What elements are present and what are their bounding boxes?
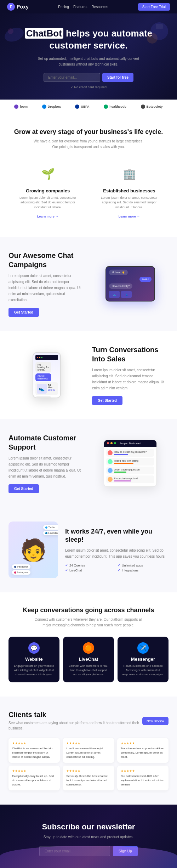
logo-dot — [75, 105, 79, 109]
channel-card-livechat: 🟠 LiveChat Connect with customers in rea… — [63, 637, 114, 682]
dash-msg-2: I need help with billing — [106, 458, 154, 466]
logo-healthcode: healthcode — [104, 105, 126, 109]
dash-msg-bar-3 — [114, 472, 126, 473]
product-info: Air Max $89.99 — [48, 384, 57, 394]
dash-title: Support Dashboard — [120, 442, 141, 445]
newsletter-headline: Subscribe our newsletter — [11, 822, 166, 832]
channel-name-livechat: LiveChat — [67, 656, 110, 662]
feature1-cta-button[interactable]: Get Started — [8, 308, 39, 317]
channel-name-website: Website — [12, 656, 56, 662]
nav-cta-button[interactable]: Start Free Trial — [138, 3, 170, 11]
channels-section: Keep conversations going across channels… — [0, 592, 177, 697]
grow-card-title-1: Established businesses — [96, 188, 163, 193]
channel-cards: 💬 Website Engage visitors on your websit… — [8, 637, 169, 682]
stars-1: ★★★★★ — [66, 742, 110, 745]
nav-links: Pricing Features Resources — [58, 5, 108, 9]
check-icon-2: ✓ — [65, 569, 68, 572]
channels-subtext: Connect with customers wherever they are… — [32, 617, 145, 628]
review-text-1: I can't recommend it enough! Lorem ipsum… — [66, 746, 110, 759]
stars-0: ★★★★★ — [12, 742, 56, 745]
grow-card-icon-1: 🏢 — [119, 163, 140, 185]
phone-dot-red — [37, 357, 38, 358]
nav-pricing[interactable]: Pricing — [58, 5, 69, 9]
review-card-2: ★★★★★ Transformed our support workflow c… — [117, 738, 169, 763]
stars-2: ★★★★★ — [121, 742, 165, 745]
section247-desc: Lorem ipsum dolor sit amet, consectetur … — [65, 547, 169, 559]
newsletter-bg-decoration — [0, 846, 177, 868]
stars-5: ★★★★★ — [121, 769, 165, 773]
hero-email-input[interactable] — [44, 73, 100, 82]
feature3-section: Automate Customer Support Lorem ipsum do… — [0, 419, 177, 507]
feature-label-2: LiveChat — [69, 569, 82, 572]
grow-card-link-1[interactable]: Learn more → — [119, 215, 140, 218]
chip-li: LinkedIn — [43, 531, 58, 535]
channel-desc-messenger: Reach customers on Facebook Messenger wi… — [121, 664, 165, 677]
chip-ig: Instagram — [12, 570, 30, 575]
svg-rect-4 — [156, 24, 163, 29]
dash-msg-text-1: How do I reset my password? — [114, 451, 147, 453]
hero-form: Start for free — [11, 73, 166, 82]
logo-uefa: UEFA — [75, 105, 89, 109]
clients-subtext: See what customers are saying about our … — [8, 720, 142, 731]
logo-name: Dropbox — [48, 105, 61, 108]
chat-bubble-2: Hello! — [139, 277, 152, 282]
feature2-desc: Lorem ipsum dolor sit amet, consectetur … — [92, 367, 169, 391]
grow-card-desc-0: Lorem ipsum dolor sit amet, consectetur … — [14, 196, 81, 210]
channel-name-messenger: Messenger — [121, 656, 165, 662]
feature3-desc: Lorem ipsum dolor sit amet, consectetur … — [8, 455, 85, 479]
hero-cta-button[interactable]: Start for free — [102, 73, 133, 82]
floating-icons-right: Twitter LinkedIn — [43, 525, 58, 535]
nav-features[interactable]: Features — [73, 5, 87, 9]
feature1-image: Hi there! 👋 Hello! How can I help? 👟 👗 — [92, 266, 169, 301]
tablet-screen: Hi there! 👋 Hello! How can I help? 👟 👗 — [106, 267, 154, 301]
feature3-cta-button[interactable]: Get Started — [8, 484, 39, 493]
phone-dot-yellow — [39, 357, 40, 358]
stars-4: ★★★★★ — [66, 769, 110, 773]
dash-msg-text-3: Order tracking question — [114, 468, 140, 471]
channels-headline: Keep conversations going across channels — [8, 607, 169, 614]
logo-name: UEFA — [81, 105, 89, 108]
phone-product-card: 👟 Air Max $89.99 — [35, 382, 58, 395]
grow-card-link-0[interactable]: Learn more → — [37, 215, 59, 218]
channel-icon-livechat: 🟠 — [83, 642, 94, 654]
features-list: ✓ 24 Queries ✓ Unlimited apps ✓ LiveChat… — [65, 564, 169, 572]
hero-highlight: ChatBot — [25, 28, 63, 39]
dash-avatar-1 — [108, 450, 113, 455]
chat-bubble-3: How can I help? — [109, 283, 132, 289]
logo-dot — [14, 105, 18, 109]
feature-item-1: ✓ Unlimited apps — [118, 564, 169, 567]
channel-icon-website: 💬 — [28, 642, 40, 654]
review-text-0: ChatBot is so awesome! Sed do eiusmod te… — [12, 746, 56, 759]
svg-point-1 — [8, 28, 13, 34]
feature3-text: Automate Customer Support Lorem ipsum do… — [8, 433, 85, 493]
feature-item-3: ✓ Integrations — [118, 569, 169, 572]
feature1-headline: Our Awesome Chat Campaigns — [8, 251, 85, 269]
dash-msg-1: How do I reset my password? — [106, 449, 154, 457]
review-card-1: ★★★★★ I can't recommend it enough! Lorem… — [63, 738, 114, 763]
newsletter-section: Subscribe our newsletter Stay up to date… — [0, 805, 177, 868]
channel-card-messenger: ✈️ Messenger Reach customers on Facebook… — [118, 637, 169, 682]
clients-headline: Clients talk — [8, 711, 142, 719]
chat-dashboard: Support Dashboard How do I reset my pass… — [104, 440, 157, 487]
dash-msg-bar-2 — [114, 463, 133, 464]
review-text-4: Seriously, this is the best chatbot tool… — [66, 774, 110, 787]
logo-botsociety: Botsociety — [141, 105, 163, 109]
hero-section: ChatBot helps you automate customer serv… — [0, 13, 177, 100]
stars-3: ★★★★★ — [12, 769, 56, 773]
review-card-3: ★★★★★ Exceptionally easy to set up. Sed … — [8, 766, 60, 790]
dash-msg-4: Product return policy? — [106, 475, 154, 483]
svg-point-3 — [147, 33, 158, 44]
dash-dot-red — [107, 442, 109, 444]
feature2-cta-button[interactable]: Get Started — [92, 396, 122, 405]
dash-body: How do I reset my password? I need help … — [104, 447, 156, 486]
person-illustration: 🧑 Facebook Instagram Twitter LinkedIn — [8, 522, 58, 578]
dash-avatar-3 — [108, 468, 113, 473]
phone-chat-1: I'm looking for shoes... — [35, 362, 51, 372]
logo-loom: loom — [14, 105, 28, 109]
hero-deco-right — [142, 21, 170, 50]
nav-resources[interactable]: Resources — [91, 5, 108, 9]
svg-point-0 — [4, 26, 25, 44]
phone-chat-2: Check these out! — [35, 373, 51, 381]
logo-icon: F — [7, 3, 15, 11]
new-review-button[interactable]: New Review — [142, 717, 169, 725]
